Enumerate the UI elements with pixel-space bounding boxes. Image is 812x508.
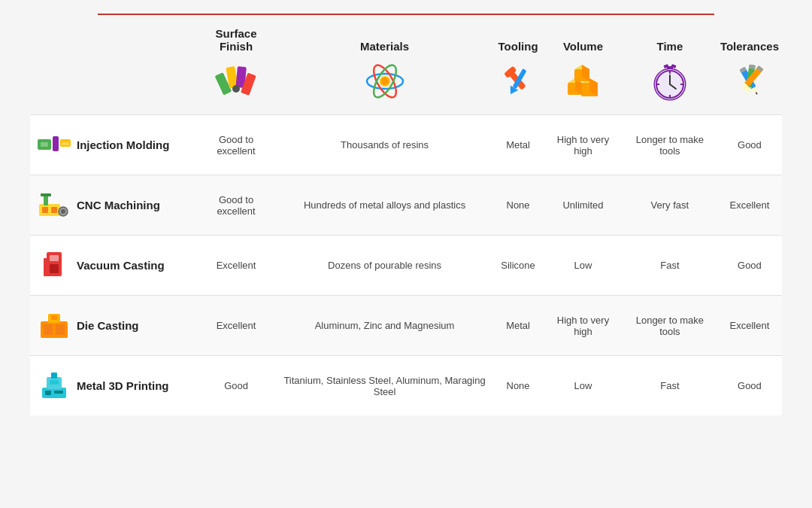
tolerances-icon <box>727 59 772 104</box>
process-icon-wrap-0: Injection Molding <box>36 126 169 164</box>
surface-finish-icon <box>214 59 259 104</box>
volume-icon <box>560 59 605 104</box>
col-header-volume: Volume <box>544 23 623 56</box>
process-icon-3 <box>36 306 72 345</box>
tolerances-0: Good <box>717 115 782 175</box>
process-icon-wrap-4: Metal 3D Printing <box>36 367 169 405</box>
col-header-surface-finish: Surface Finish <box>195 23 277 56</box>
svg-point-9 <box>381 78 389 85</box>
svg-rect-47 <box>53 136 59 151</box>
svg-rect-51 <box>42 207 48 213</box>
tolerances-3: Excellent <box>717 296 782 356</box>
tooling-4: None <box>492 356 544 416</box>
process-cell-2: Vacuum Casting <box>30 236 195 296</box>
table-row: CNC Machining Good to excellent Hundreds… <box>30 175 782 236</box>
icon-cell-volume <box>544 56 623 115</box>
icon-cell-surface-finish <box>195 56 277 115</box>
table-row: Metal 3D Printing Good Titanium, Stainle… <box>30 356 782 416</box>
table-row: Die Casting Excellent Aluminum, Zinc and… <box>30 296 782 356</box>
col-header-process <box>30 23 195 56</box>
svg-line-38 <box>756 93 757 95</box>
tolerances-2: Good <box>717 236 782 296</box>
icon-cell-empty <box>30 56 195 115</box>
process-name-1: CNC Machining <box>77 199 160 211</box>
table-row: Vacuum Casting Excellent Dozens of poura… <box>30 236 782 296</box>
time-0: Longer to make tools <box>623 115 717 175</box>
table-row: Injection Molding Good to excellent Thou… <box>30 115 782 175</box>
icon-cell-tolerances <box>717 56 782 115</box>
comparison-table-container: Surface Finish Materials Tooling Volume … <box>0 23 812 415</box>
process-icon-4 <box>36 367 72 405</box>
materials-1: Hundreds of metal alloys and plastics <box>277 175 492 236</box>
process-icon-wrap-3: Die Casting <box>36 306 139 345</box>
process-name-0: Injection Molding <box>77 138 169 151</box>
materials-0: Thousands of resins <box>277 115 492 175</box>
process-icon-wrap-2: Vacuum Casting <box>36 246 165 284</box>
tooling-1: None <box>492 175 544 236</box>
tolerances-4: Good <box>717 356 782 416</box>
volume-0: High to very high <box>544 115 623 175</box>
surface-finish-0: Good to excellent <box>195 115 277 175</box>
col-header-time: Time <box>623 23 717 56</box>
col-header-tolerances: Tolerances <box>717 23 782 56</box>
volume-4: Low <box>544 356 623 416</box>
time-4: Fast <box>623 356 717 416</box>
svg-point-4 <box>232 85 240 93</box>
time-2: Fast <box>623 236 717 296</box>
svg-rect-46 <box>41 142 48 147</box>
svg-rect-52 <box>51 207 57 213</box>
surface-finish-2: Excellent <box>195 236 277 296</box>
process-cell-4: Metal 3D Printing <box>30 356 195 416</box>
process-icon-wrap-1: CNC Machining <box>36 186 160 224</box>
process-name-4: Metal 3D Printing <box>77 379 169 392</box>
process-icon-1 <box>36 186 72 224</box>
comparison-table: Surface Finish Materials Tooling Volume … <box>30 23 782 415</box>
time-3: Longer to make tools <box>623 296 717 356</box>
col-header-tooling: Tooling <box>492 23 544 56</box>
process-name-3: Die Casting <box>77 319 139 332</box>
surface-finish-3: Excellent <box>195 296 277 356</box>
process-table-body: Injection Molding Good to excellent Thou… <box>30 115 782 416</box>
process-cell-0: Injection Molding <box>30 115 195 175</box>
svg-point-56 <box>61 209 65 214</box>
process-name-2: Vacuum Casting <box>77 259 165 272</box>
icon-cell-tooling <box>492 56 544 115</box>
surface-finish-4: Good <box>195 356 277 416</box>
icon-row <box>30 56 782 115</box>
volume-3: High to very high <box>544 296 623 356</box>
icon-cell-materials <box>277 56 492 115</box>
svg-rect-68 <box>54 391 63 394</box>
page-wrapper: Surface Finish Materials Tooling Volume … <box>0 0 812 430</box>
tooling-3: Metal <box>492 296 544 356</box>
time-icon <box>647 59 692 104</box>
svg-rect-59 <box>50 264 59 273</box>
materials-icon <box>362 59 408 104</box>
svg-rect-70 <box>50 380 59 385</box>
surface-finish-1: Good to excellent <box>195 175 277 236</box>
svg-rect-58 <box>50 255 59 261</box>
tooling-2: Silicone <box>492 236 544 296</box>
materials-4: Titanium, Stainless Steel, Aluminum, Mar… <box>277 356 492 416</box>
svg-rect-65 <box>51 315 57 320</box>
col-header-materials: Materials <box>277 23 492 56</box>
column-headers: Surface Finish Materials Tooling Volume … <box>30 23 782 56</box>
tolerances-1: Excellent <box>717 175 782 236</box>
svg-rect-63 <box>56 324 65 335</box>
svg-rect-54 <box>41 193 51 196</box>
process-icon-0 <box>36 126 72 164</box>
process-cell-3: Die Casting <box>30 296 195 356</box>
process-icon-2 <box>36 246 72 284</box>
svg-rect-67 <box>45 391 51 395</box>
red-divider <box>98 14 714 15</box>
process-cell-1: CNC Machining <box>30 175 195 236</box>
svg-rect-60 <box>44 258 48 276</box>
volume-2: Low <box>544 236 623 296</box>
tooling-0: Metal <box>492 115 544 175</box>
svg-rect-62 <box>44 324 53 335</box>
tooling-icon <box>495 59 541 104</box>
materials-2: Dozens of pourable resins <box>277 236 492 296</box>
icon-cell-time <box>623 56 717 115</box>
svg-rect-71 <box>51 373 57 379</box>
volume-1: Unlimited <box>544 175 623 236</box>
svg-rect-49 <box>62 142 69 145</box>
